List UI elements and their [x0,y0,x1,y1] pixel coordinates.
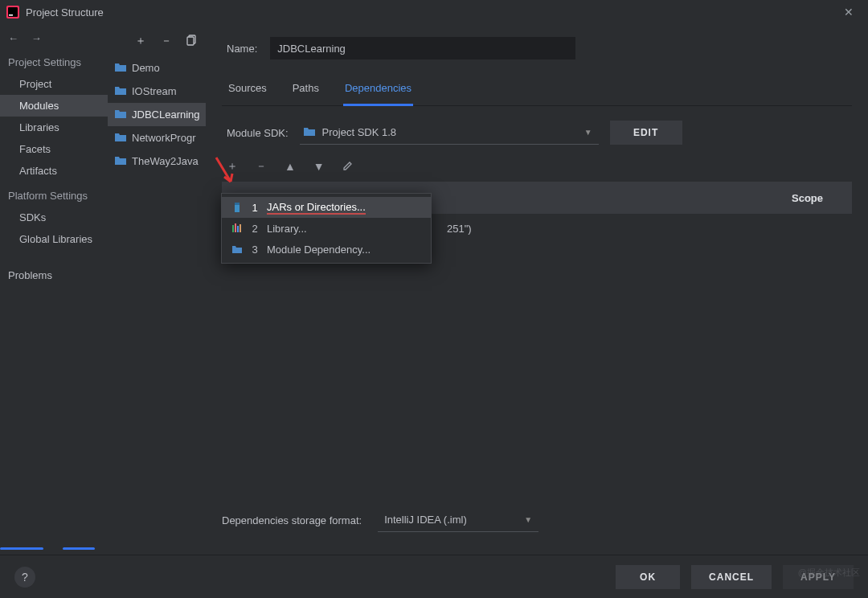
module-item[interactable]: Demo [108,56,206,80]
module-sdk-label: Module SDK: [227,127,289,139]
svg-rect-4 [187,37,194,45]
popup-label: JARs or Directories... [267,201,366,215]
module-label: NetworkProgr [132,132,195,144]
popup-shortcut-2: 2 [251,223,259,235]
storage-format-value: IntelliJ IDEA (.iml) [384,514,467,526]
module-tabs: Sources Paths Dependencies [222,77,852,106]
move-down-icon[interactable]: ▼ [313,160,325,173]
storage-format-row: Dependencies storage format: IntelliJ ID… [222,508,538,532]
remove-dependency-icon[interactable]: － [256,159,267,174]
module-list: ＋ － Demo IOStream JDBCLearning NetworkPr… [108,24,206,555]
edit-dependency-icon[interactable] [342,160,354,174]
popup-item-library[interactable]: 2 Library... [222,218,431,239]
svg-rect-10 [240,224,241,232]
svg-rect-2 [9,14,13,16]
help-button[interactable]: ? [14,567,35,588]
chevron-down-icon: ▼ [524,515,532,524]
dependency-text-partial: 251") [447,223,472,235]
module-label: IOStream [132,85,177,97]
name-label: Name: [227,43,257,55]
move-up-icon[interactable]: ▲ [285,160,296,173]
nav-item-sdks[interactable]: SDKs [0,207,108,228]
progress-indicator [0,547,43,550]
module-folder-icon [114,154,127,168]
module-folder-icon [114,61,127,75]
dependency-toolbar: ＋ － ▲ ▼ [227,159,852,174]
copy-module-icon[interactable] [186,35,198,48]
storage-format-label: Dependencies storage format: [222,514,362,526]
chevron-down-icon: ▼ [584,128,592,137]
popup-item-module-dependency[interactable]: 3 Module Dependency... [222,239,431,260]
module-name-input[interactable] [270,37,575,59]
forward-icon[interactable]: → [22,32,42,44]
module-item-selected[interactable]: JDBCLearning [108,103,206,126]
module-detail-pane: Name: Sources Paths Dependencies Module … [206,24,868,555]
popup-item-jars[interactable]: 1 JARs or Directories... [222,197,431,218]
module-dep-folder-icon [231,244,243,254]
intellij-logo-icon [6,6,19,18]
nav-item-global-libraries[interactable]: Global Libraries [0,228,108,250]
watermark-text: @掘金技术社区 [798,567,860,579]
nav-item-modules[interactable]: Modules [0,95,108,117]
nav-section-project-settings: Project Settings [0,48,108,73]
progress-indicator [63,547,95,550]
nav-section-platform-settings: Platform Settings [0,182,108,207]
tab-dependencies[interactable]: Dependencies [343,77,413,106]
module-folder-icon [114,131,127,145]
remove-module-icon[interactable]: － [161,34,172,48]
nav-item-libraries[interactable]: Libraries [0,117,108,138]
jar-icon [231,202,243,213]
settings-navigator: ← → Project Settings Project Modules Lib… [0,24,108,555]
cancel-button[interactable]: CANCEL [691,565,772,589]
module-folder-icon [114,84,127,98]
edit-sdk-button[interactable]: EDIT [610,121,682,145]
module-label: JDBCLearning [132,109,200,121]
title-bar: Project Structure ✕ [0,0,868,24]
ok-button[interactable]: OK [616,565,680,589]
dialog-bottom-bar: ? OK CANCEL APPLY [0,555,868,598]
popup-label: Library... [267,223,307,235]
tab-sources[interactable]: Sources [227,77,268,105]
nav-item-artifacts[interactable]: Artifacts [0,160,108,182]
nav-item-problems[interactable]: Problems [0,264,108,286]
popup-shortcut-3: 3 [251,244,259,256]
back-icon[interactable]: ← [0,32,18,44]
scope-column-header: Scope [792,192,823,204]
close-icon[interactable]: ✕ [836,2,862,22]
add-module-icon[interactable]: ＋ [135,34,146,48]
sdk-folder-icon [303,125,316,139]
module-label: Demo [132,62,160,74]
storage-format-select[interactable]: IntelliJ IDEA (.iml) ▼ [378,508,538,532]
module-item[interactable]: IOStream [108,80,206,103]
svg-rect-7 [232,225,234,232]
nav-item-facets[interactable]: Facets [0,138,108,160]
svg-rect-6 [235,203,240,205]
nav-item-project[interactable]: Project [0,73,108,95]
tab-paths[interactable]: Paths [291,77,321,105]
library-icon [231,223,243,233]
svg-rect-9 [237,226,239,232]
add-dependency-popup: 1 JARs or Directories... 2 Library... 3 … [221,193,432,264]
add-dependency-icon[interactable]: ＋ [227,159,238,174]
module-folder-icon [114,108,127,121]
module-item[interactable]: NetworkProgr [108,126,206,150]
module-label: TheWay2Java [132,155,199,167]
module-sdk-value: Project SDK 1.8 [322,126,397,138]
window-title: Project Structure [26,6,104,18]
module-item[interactable]: TheWay2Java [108,150,206,173]
module-sdk-select[interactable]: Project SDK 1.8 ▼ [300,121,599,145]
popup-label: Module Dependency... [267,244,371,256]
svg-rect-8 [235,223,236,232]
popup-shortcut-1: 1 [251,202,259,214]
